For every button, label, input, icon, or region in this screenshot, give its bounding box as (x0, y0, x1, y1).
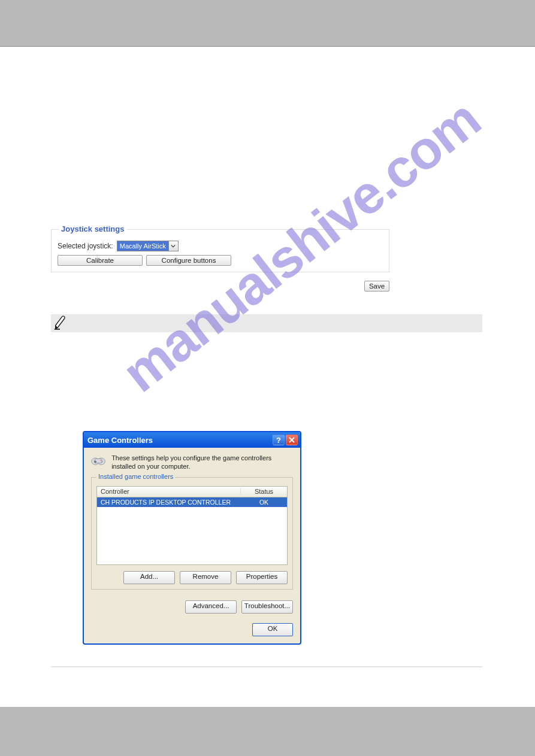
row-status: OK (241, 499, 287, 506)
joystick-legend: Joystick settings (59, 224, 127, 233)
selected-joystick-label: Selected joystick: (58, 242, 113, 250)
page-header-bar (0, 0, 535, 47)
controllers-table[interactable]: Controller Status CH PRODUCTS IP DESKTOP… (96, 486, 288, 565)
save-button[interactable]: Save (364, 281, 389, 292)
column-controller[interactable]: Controller (97, 488, 241, 495)
configure-buttons-button[interactable]: Configure buttons (146, 255, 231, 266)
dialog-titlebar[interactable]: Game Controllers ? (84, 432, 300, 448)
table-empty-area (97, 507, 287, 564)
remove-button[interactable]: Remove (180, 571, 231, 584)
dialog-title: Game Controllers (87, 436, 153, 445)
note-band (51, 314, 482, 332)
add-button[interactable]: Add... (123, 571, 175, 584)
gamepad-icon (91, 454, 105, 470)
selected-joystick-value: Macally AirStick (117, 241, 168, 251)
dialog-intro-text: These settings help you configure the ga… (111, 454, 293, 471)
ok-button[interactable]: OK (252, 623, 293, 636)
chevron-down-icon[interactable] (168, 241, 178, 251)
selected-joystick-dropdown[interactable]: Macally AirStick (117, 241, 179, 251)
help-button[interactable]: ? (273, 435, 285, 445)
svg-point-7 (102, 462, 103, 463)
installed-controllers-legend: Installed game controllers (96, 473, 175, 480)
game-controllers-dialog: Game Controllers ? (83, 431, 301, 645)
joystick-settings-group: Joystick settings Selected joystick: Mac… (51, 229, 389, 272)
calibrate-button[interactable]: Calibrate (58, 255, 143, 266)
close-button[interactable] (286, 435, 298, 445)
row-controller-name: CH PRODUCTS IP DESKTOP CONTROLLER (97, 499, 241, 506)
page-footer-bar (0, 707, 535, 756)
svg-rect-5 (94, 462, 96, 462)
horizontal-rule (51, 666, 482, 667)
installed-controllers-group: Installed game controllers Controller St… (91, 477, 293, 590)
pencil-icon (53, 314, 67, 332)
advanced-button[interactable]: Advanced... (185, 600, 237, 614)
troubleshoot-button[interactable]: Troubleshoot... (241, 600, 293, 614)
svg-point-6 (100, 460, 101, 461)
properties-button[interactable]: Properties (236, 571, 288, 584)
column-status[interactable]: Status (241, 488, 287, 495)
table-row[interactable]: CH PRODUCTS IP DESKTOP CONTROLLER OK (97, 497, 287, 507)
